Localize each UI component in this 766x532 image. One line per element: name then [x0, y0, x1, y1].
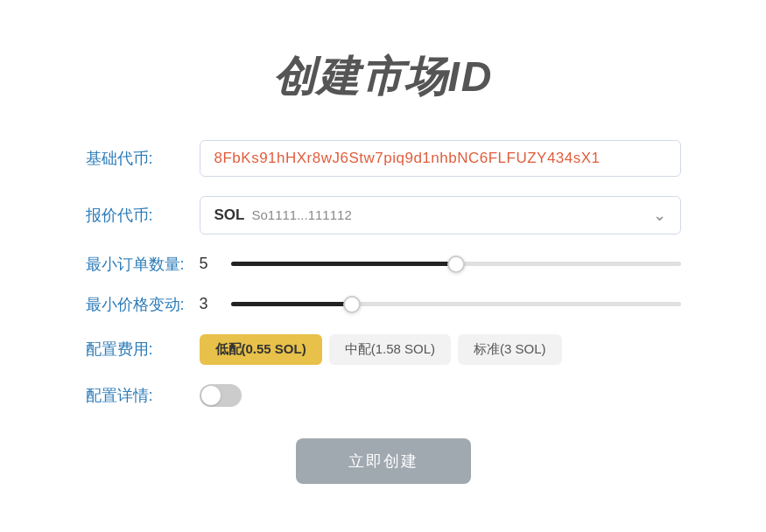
detail-row: 配置详情: — [86, 384, 681, 407]
min-order-value: 5 — [200, 255, 221, 273]
detail-toggle[interactable] — [200, 384, 242, 407]
chevron-down-icon: ⌄ — [653, 206, 666, 225]
min-price-thumb[interactable] — [343, 296, 361, 313]
min-order-fill — [231, 262, 456, 266]
detail-label: 配置详情: — [86, 385, 200, 406]
base-token-control: 8FbKs91hHXr8wJ6Stw7piq9d1nhbNC6FLFUZY434… — [200, 140, 681, 177]
min-price-control: 3 — [200, 295, 681, 313]
fee-button-low[interactable]: 低配(0.55 SOL) — [200, 334, 322, 365]
min-order-row: 最小订单数量: 5 — [86, 254, 681, 275]
page-title: 创建市场ID — [86, 49, 681, 105]
quote-token-address: So1111...111112 — [251, 207, 351, 222]
base-token-row: 基础代币: 8FbKs91hHXr8wJ6Stw7piq9d1nhbNC6FLF… — [86, 140, 681, 177]
base-token-label: 基础代币: — [86, 148, 200, 169]
main-container: 创建市场ID 基础代币: 8FbKs91hHXr8wJ6Stw7piq9d1nh… — [33, 14, 734, 519]
base-token-value[interactable]: 8FbKs91hHXr8wJ6Stw7piq9d1nhbNC6FLFUZY434… — [200, 140, 681, 177]
fee-buttons: 低配(0.55 SOL) 中配(1.58 SOL) 标准(3 SOL) — [200, 334, 681, 365]
toggle-knob — [201, 386, 221, 405]
detail-control — [200, 384, 681, 407]
fee-control: 低配(0.55 SOL) 中配(1.58 SOL) 标准(3 SOL) — [200, 334, 681, 365]
quote-token-row: 报价代币: SOL So1111...111112 ⌄ — [86, 196, 681, 234]
min-price-slider[interactable] — [231, 296, 681, 313]
min-price-track — [231, 302, 681, 306]
fee-row: 配置费用: 低配(0.55 SOL) 中配(1.58 SOL) 标准(3 SOL… — [86, 334, 681, 365]
min-price-value: 3 — [200, 295, 221, 313]
fee-label: 配置费用: — [86, 339, 200, 360]
fee-button-mid[interactable]: 中配(1.58 SOL) — [329, 334, 451, 365]
min-order-slider-row: 5 — [200, 255, 681, 273]
quote-token-control: SOL So1111...111112 ⌄ — [200, 196, 681, 234]
min-order-slider[interactable] — [231, 256, 681, 273]
min-price-row: 最小价格变动: 3 — [86, 294, 681, 315]
min-price-slider-row: 3 — [200, 295, 681, 313]
min-order-thumb[interactable] — [447, 256, 465, 273]
min-order-track — [231, 262, 681, 266]
quote-token-left: SOL So1111...111112 — [214, 206, 352, 224]
submit-row: 立即创建 — [86, 438, 681, 484]
min-order-control: 5 — [200, 255, 681, 273]
submit-button[interactable]: 立即创建 — [296, 438, 471, 484]
min-price-fill — [231, 302, 353, 306]
quote-token-symbol: SOL — [214, 206, 245, 224]
quote-token-label: 报价代币: — [86, 205, 200, 226]
min-price-label: 最小价格变动: — [86, 294, 200, 315]
min-order-label: 最小订单数量: — [86, 254, 200, 275]
fee-button-standard[interactable]: 标准(3 SOL) — [458, 334, 562, 365]
quote-token-select[interactable]: SOL So1111...111112 ⌄ — [200, 196, 681, 234]
